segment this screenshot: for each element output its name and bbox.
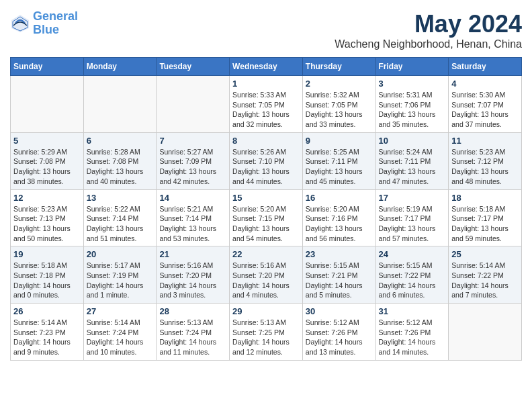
day-info: Sunrise: 5:15 AMSunset: 7:22 PMDaylight:… [379, 261, 446, 300]
day-info: Sunrise: 5:23 AMSunset: 7:13 PMDaylight:… [13, 204, 81, 244]
day-info: Sunrise: 5:31 AMSunset: 7:06 PMDaylight:… [379, 90, 446, 130]
weekday-header: Wednesday [230, 58, 303, 76]
day-info: Sunrise: 5:20 AMSunset: 7:16 PMDaylight:… [306, 204, 373, 244]
calendar-cell: 2Sunrise: 5:32 AMSunset: 7:05 PMDaylight… [302, 76, 375, 133]
day-number: 20 [87, 249, 154, 259]
day-number: 13 [87, 193, 154, 203]
day-info: Sunrise: 5:15 AMSunset: 7:21 PMDaylight:… [306, 261, 373, 300]
day-info: Sunrise: 5:12 AMSunset: 7:26 PMDaylight:… [379, 318, 446, 357]
weekday-header: Monday [83, 58, 157, 76]
calendar-cell: 7Sunrise: 5:27 AMSunset: 7:09 PMDaylight… [157, 132, 230, 189]
calendar-cell: 28Sunrise: 5:13 AMSunset: 7:24 PMDayligh… [157, 304, 230, 361]
calendar-cell: 10Sunrise: 5:24 AMSunset: 7:11 PMDayligh… [375, 132, 449, 189]
day-number: 30 [306, 306, 373, 316]
calendar-cell: 30Sunrise: 5:12 AMSunset: 7:26 PMDayligh… [302, 304, 375, 361]
calendar-cell: 1Sunrise: 5:33 AMSunset: 7:05 PMDaylight… [230, 76, 303, 133]
weekday-header: Tuesday [157, 58, 230, 76]
calendar-cell [83, 76, 157, 133]
day-number: 18 [451, 193, 519, 203]
calendar-cell [449, 304, 522, 361]
calendar-cell: 17Sunrise: 5:19 AMSunset: 7:17 PMDayligh… [375, 189, 449, 246]
day-info: Sunrise: 5:12 AMSunset: 7:26 PMDaylight:… [306, 318, 373, 357]
day-info: Sunrise: 5:21 AMSunset: 7:14 PMDaylight:… [159, 204, 226, 244]
calendar-cell: 25Sunrise: 5:14 AMSunset: 7:22 PMDayligh… [449, 246, 522, 304]
weekday-header: Friday [375, 58, 449, 76]
calendar-week-row: 19Sunrise: 5:18 AMSunset: 7:18 PMDayligh… [11, 246, 522, 304]
day-number: 22 [232, 249, 300, 259]
day-number: 31 [379, 306, 446, 316]
day-info: Sunrise: 5:25 AMSunset: 7:11 PMDaylight:… [306, 147, 373, 187]
logo-icon [10, 13, 30, 34]
day-number: 21 [159, 249, 226, 259]
svg-marker-0 [11, 15, 29, 32]
day-number: 19 [13, 249, 81, 259]
day-number: 7 [159, 136, 226, 146]
weekday-header: Sunday [11, 58, 84, 76]
day-info: Sunrise: 5:17 AMSunset: 7:19 PMDaylight:… [87, 261, 154, 300]
day-info: Sunrise: 5:16 AMSunset: 7:20 PMDaylight:… [159, 261, 226, 300]
day-number: 28 [159, 306, 226, 316]
page-header: General Blue May 2024 Wacheng Neighborho… [10, 10, 522, 50]
weekday-header: Saturday [449, 58, 522, 76]
day-number: 14 [159, 193, 226, 203]
weekday-header-row: SundayMondayTuesdayWednesdayThursdayFrid… [11, 58, 522, 76]
calendar-cell: 12Sunrise: 5:23 AMSunset: 7:13 PMDayligh… [11, 189, 84, 246]
calendar-cell: 26Sunrise: 5:14 AMSunset: 7:23 PMDayligh… [11, 304, 84, 361]
calendar-table: SundayMondayTuesdayWednesdayThursdayFrid… [10, 57, 522, 361]
calendar-cell: 19Sunrise: 5:18 AMSunset: 7:18 PMDayligh… [11, 246, 84, 304]
day-number: 15 [232, 193, 300, 203]
day-info: Sunrise: 5:13 AMSunset: 7:25 PMDaylight:… [232, 318, 300, 357]
logo-text: General Blue [33, 10, 78, 37]
day-number: 9 [306, 136, 373, 146]
day-info: Sunrise: 5:24 AMSunset: 7:11 PMDaylight:… [379, 147, 446, 187]
day-number: 29 [232, 306, 300, 316]
day-number: 2 [306, 79, 373, 89]
day-number: 24 [379, 249, 446, 259]
day-number: 1 [232, 79, 300, 89]
calendar-week-row: 5Sunrise: 5:29 AMSunset: 7:08 PMDaylight… [11, 132, 522, 189]
calendar-cell: 5Sunrise: 5:29 AMSunset: 7:08 PMDaylight… [11, 132, 84, 189]
day-info: Sunrise: 5:33 AMSunset: 7:05 PMDaylight:… [232, 90, 300, 130]
day-info: Sunrise: 5:27 AMSunset: 7:09 PMDaylight:… [159, 147, 226, 187]
day-number: 12 [13, 193, 81, 203]
day-info: Sunrise: 5:18 AMSunset: 7:18 PMDaylight:… [13, 261, 81, 300]
calendar-cell: 18Sunrise: 5:18 AMSunset: 7:17 PMDayligh… [449, 189, 522, 246]
day-number: 26 [13, 306, 81, 316]
day-number: 10 [379, 136, 446, 146]
calendar-cell: 15Sunrise: 5:20 AMSunset: 7:15 PMDayligh… [230, 189, 303, 246]
calendar-cell: 20Sunrise: 5:17 AMSunset: 7:19 PMDayligh… [83, 246, 157, 304]
day-number: 27 [87, 306, 154, 316]
calendar-cell: 8Sunrise: 5:26 AMSunset: 7:10 PMDaylight… [230, 132, 303, 189]
location-subtitle: Wacheng Neighborhood, Henan, China [335, 38, 522, 50]
calendar-cell: 22Sunrise: 5:16 AMSunset: 7:20 PMDayligh… [230, 246, 303, 304]
calendar-cell: 11Sunrise: 5:23 AMSunset: 7:12 PMDayligh… [449, 132, 522, 189]
day-number: 16 [306, 193, 373, 203]
day-info: Sunrise: 5:13 AMSunset: 7:24 PMDaylight:… [159, 318, 226, 357]
logo: General Blue [10, 10, 78, 37]
day-number: 17 [379, 193, 446, 203]
day-info: Sunrise: 5:14 AMSunset: 7:24 PMDaylight:… [87, 318, 154, 357]
day-info: Sunrise: 5:29 AMSunset: 7:08 PMDaylight:… [13, 147, 81, 187]
day-info: Sunrise: 5:28 AMSunset: 7:08 PMDaylight:… [87, 147, 154, 187]
day-info: Sunrise: 5:30 AMSunset: 7:07 PMDaylight:… [451, 90, 519, 130]
day-number: 23 [306, 249, 373, 259]
calendar-week-row: 12Sunrise: 5:23 AMSunset: 7:13 PMDayligh… [11, 189, 522, 246]
calendar-cell: 13Sunrise: 5:22 AMSunset: 7:14 PMDayligh… [83, 189, 157, 246]
month-year-title: May 2024 [335, 10, 522, 38]
calendar-cell: 16Sunrise: 5:20 AMSunset: 7:16 PMDayligh… [302, 189, 375, 246]
day-info: Sunrise: 5:22 AMSunset: 7:14 PMDaylight:… [87, 204, 154, 244]
day-number: 5 [13, 136, 81, 146]
calendar-cell: 4Sunrise: 5:30 AMSunset: 7:07 PMDaylight… [449, 76, 522, 133]
calendar-cell: 23Sunrise: 5:15 AMSunset: 7:21 PMDayligh… [302, 246, 375, 304]
calendar-cell: 6Sunrise: 5:28 AMSunset: 7:08 PMDaylight… [83, 132, 157, 189]
day-number: 6 [87, 136, 154, 146]
day-info: Sunrise: 5:18 AMSunset: 7:17 PMDaylight:… [451, 204, 519, 244]
day-info: Sunrise: 5:14 AMSunset: 7:23 PMDaylight:… [13, 318, 81, 357]
calendar-cell: 29Sunrise: 5:13 AMSunset: 7:25 PMDayligh… [230, 304, 303, 361]
calendar-week-row: 1Sunrise: 5:33 AMSunset: 7:05 PMDaylight… [11, 76, 522, 133]
day-info: Sunrise: 5:32 AMSunset: 7:05 PMDaylight:… [306, 90, 373, 130]
day-number: 4 [451, 79, 519, 89]
calendar-cell [157, 76, 230, 133]
weekday-header: Thursday [302, 58, 375, 76]
calendar-cell: 27Sunrise: 5:14 AMSunset: 7:24 PMDayligh… [83, 304, 157, 361]
